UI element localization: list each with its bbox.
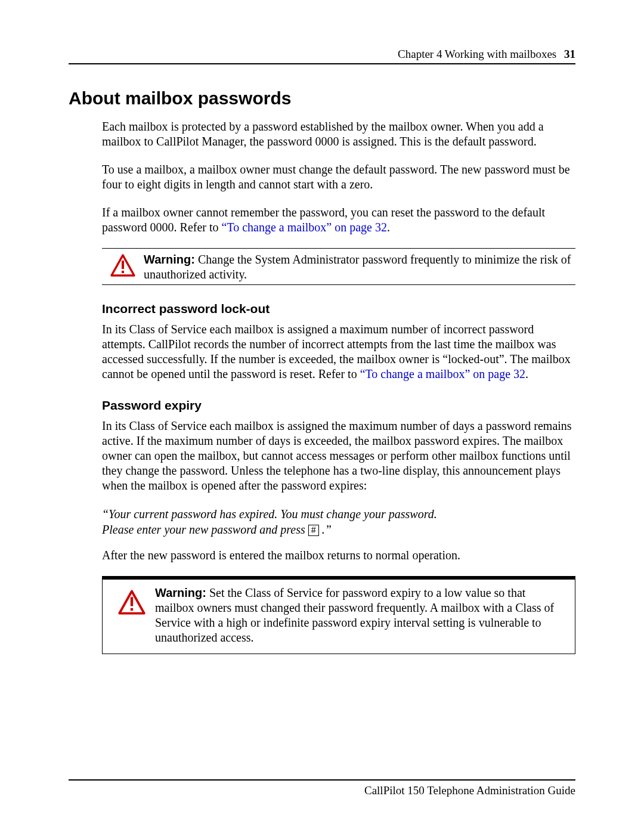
warning-admin-password-text: Warning: Change the System Administrator… [144,252,575,282]
warning-expiry-text: Warning: Set the Class of Service for pa… [155,586,566,645]
expiry-quote: “Your current password has expired. You … [102,506,575,537]
expiry-body: In its Class of Service each mailbox is … [102,419,575,493]
page-number: 31 [564,48,575,60]
svg-rect-2 [131,597,133,606]
warning-label: Warning: [155,586,206,599]
rule [102,284,575,285]
intro-paragraph-3: If a mailbox owner cannot remember the p… [102,205,575,235]
warning-icon [102,252,144,277]
warning-body: Set the Class of Service for password ex… [155,586,554,644]
intro-paragraph-1: Each mailbox is protected by a password … [102,119,575,149]
change-mailbox-link[interactable]: “To change a mailbox” on page 32 [222,221,387,234]
svg-rect-1 [122,271,124,273]
heading-expiry: Password expiry [102,398,575,413]
svg-rect-0 [122,261,124,269]
footer-text: CallPilot 150 Telephone Administration G… [364,784,575,797]
change-mailbox-link-2[interactable]: “To change a mailbox” on page 32 [360,367,525,380]
quote-line2-post: .” [319,523,332,536]
main-content: Each mailbox is protected by a password … [102,119,575,654]
lockout-post: . [525,367,528,380]
page: Chapter 4 Working with mailboxes 31 Abou… [0,0,644,833]
svg-rect-3 [131,608,133,611]
heading-lockout: Incorrect password lock-out [102,302,575,316]
intro-paragraph-2: To use a mailbox, a mailbox owner must c… [102,162,575,192]
warning-icon [109,586,155,615]
intro-p3-post: . [387,221,390,234]
quote-line2-pre: Please enter your new password and press [102,523,308,536]
page-title: About mailbox passwords [69,88,575,109]
warning-expiry-box: Warning: Set the Class of Service for pa… [102,576,575,654]
warning-admin-password: Warning: Change the System Administrator… [102,249,575,284]
expiry-after: After the new password is entered the ma… [102,548,575,563]
quote-line1: “Your current password has expired. You … [102,507,437,521]
warning-body: Change the System Administrator password… [144,253,571,281]
lockout-body: In its Class of Service each mailbox is … [102,322,575,382]
chapter-label: Chapter 4 Working with mailboxes [398,48,556,60]
page-header: Chapter 4 Working with mailboxes 31 [69,48,575,64]
page-footer: CallPilot 150 Telephone Administration G… [69,779,575,797]
keycap-hash: # [308,525,319,536]
warning-label: Warning: [144,253,195,266]
